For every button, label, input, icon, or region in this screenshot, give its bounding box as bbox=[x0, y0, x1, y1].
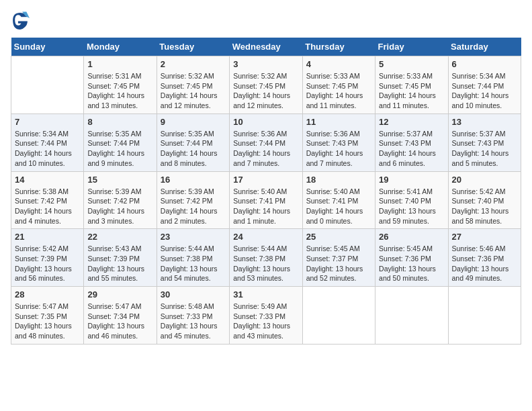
day-info: Sunrise: 5:40 AM Sunset: 7:41 PM Dayligh… bbox=[306, 187, 371, 226]
calendar-cell: 27Sunrise: 5:46 AM Sunset: 7:36 PM Dayli… bbox=[448, 229, 521, 287]
day-info: Sunrise: 5:37 AM Sunset: 7:43 PM Dayligh… bbox=[379, 129, 444, 169]
day-number: 28 bbox=[15, 289, 80, 300]
calendar-cell: 8Sunrise: 5:35 AM Sunset: 7:44 PM Daylig… bbox=[84, 113, 157, 171]
header-wednesday: Wednesday bbox=[230, 38, 302, 56]
day-number: 26 bbox=[379, 232, 444, 242]
calendar-cell: 30Sunrise: 5:48 AM Sunset: 7:33 PM Dayli… bbox=[157, 287, 229, 345]
day-number: 9 bbox=[161, 117, 226, 127]
logo-icon bbox=[11, 11, 30, 30]
page-header bbox=[11, 11, 521, 30]
day-info: Sunrise: 5:32 AM Sunset: 7:45 PM Dayligh… bbox=[233, 71, 298, 111]
calendar-cell bbox=[448, 287, 521, 345]
calendar-cell: 2Sunrise: 5:32 AM Sunset: 7:45 PM Daylig… bbox=[157, 56, 229, 114]
day-info: Sunrise: 5:35 AM Sunset: 7:44 PM Dayligh… bbox=[87, 129, 152, 169]
day-info: Sunrise: 5:40 AM Sunset: 7:41 PM Dayligh… bbox=[233, 187, 298, 226]
day-number: 8 bbox=[87, 117, 152, 127]
calendar-cell: 23Sunrise: 5:44 AM Sunset: 7:38 PM Dayli… bbox=[157, 229, 229, 287]
week-row-1: 1Sunrise: 5:31 AM Sunset: 7:45 PM Daylig… bbox=[11, 56, 521, 114]
day-info: Sunrise: 5:46 AM Sunset: 7:36 PM Dayligh… bbox=[452, 244, 517, 283]
calendar-cell: 18Sunrise: 5:40 AM Sunset: 7:41 PM Dayli… bbox=[302, 171, 375, 229]
header-monday: Monday bbox=[84, 38, 157, 56]
day-info: Sunrise: 5:42 AM Sunset: 7:39 PM Dayligh… bbox=[15, 244, 80, 283]
day-number: 30 bbox=[161, 289, 226, 300]
day-info: Sunrise: 5:39 AM Sunset: 7:42 PM Dayligh… bbox=[161, 187, 226, 226]
calendar-cell: 4Sunrise: 5:33 AM Sunset: 7:45 PM Daylig… bbox=[302, 56, 375, 114]
calendar-cell: 5Sunrise: 5:33 AM Sunset: 7:45 PM Daylig… bbox=[375, 56, 448, 114]
calendar-cell bbox=[302, 287, 375, 345]
calendar-cell: 3Sunrise: 5:32 AM Sunset: 7:45 PM Daylig… bbox=[230, 56, 302, 114]
day-number: 5 bbox=[379, 59, 444, 69]
day-info: Sunrise: 5:38 AM Sunset: 7:42 PM Dayligh… bbox=[15, 187, 80, 226]
day-info: Sunrise: 5:41 AM Sunset: 7:40 PM Dayligh… bbox=[379, 187, 444, 226]
day-info: Sunrise: 5:36 AM Sunset: 7:43 PM Dayligh… bbox=[306, 129, 371, 169]
calendar-cell: 11Sunrise: 5:36 AM Sunset: 7:43 PM Dayli… bbox=[302, 113, 375, 171]
day-info: Sunrise: 5:47 AM Sunset: 7:35 PM Dayligh… bbox=[15, 302, 80, 341]
calendar-cell bbox=[375, 287, 448, 345]
calendar-table: SundayMondayTuesdayWednesdayThursdayFrid… bbox=[11, 38, 521, 345]
calendar-cell: 1Sunrise: 5:31 AM Sunset: 7:45 PM Daylig… bbox=[84, 56, 157, 114]
calendar-header-row: SundayMondayTuesdayWednesdayThursdayFrid… bbox=[11, 38, 521, 56]
week-row-5: 28Sunrise: 5:47 AM Sunset: 7:35 PM Dayli… bbox=[11, 287, 521, 345]
day-number: 4 bbox=[306, 59, 371, 69]
day-number: 19 bbox=[379, 175, 444, 185]
day-number: 2 bbox=[161, 59, 226, 69]
day-number: 12 bbox=[379, 117, 444, 127]
calendar-cell: 26Sunrise: 5:45 AM Sunset: 7:36 PM Dayli… bbox=[375, 229, 448, 287]
logo bbox=[11, 11, 32, 30]
calendar-cell: 24Sunrise: 5:44 AM Sunset: 7:38 PM Dayli… bbox=[230, 229, 302, 287]
calendar-cell: 31Sunrise: 5:49 AM Sunset: 7:33 PM Dayli… bbox=[230, 287, 302, 345]
header-friday: Friday bbox=[375, 38, 448, 56]
calendar-cell: 15Sunrise: 5:39 AM Sunset: 7:42 PM Dayli… bbox=[84, 171, 157, 229]
day-info: Sunrise: 5:44 AM Sunset: 7:38 PM Dayligh… bbox=[233, 244, 298, 283]
calendar-cell: 21Sunrise: 5:42 AM Sunset: 7:39 PM Dayli… bbox=[11, 229, 84, 287]
calendar-cell: 14Sunrise: 5:38 AM Sunset: 7:42 PM Dayli… bbox=[11, 171, 84, 229]
day-info: Sunrise: 5:39 AM Sunset: 7:42 PM Dayligh… bbox=[87, 187, 152, 226]
calendar-cell: 7Sunrise: 5:34 AM Sunset: 7:44 PM Daylig… bbox=[11, 113, 84, 171]
calendar-cell: 25Sunrise: 5:45 AM Sunset: 7:37 PM Dayli… bbox=[302, 229, 375, 287]
calendar-cell: 19Sunrise: 5:41 AM Sunset: 7:40 PM Dayli… bbox=[375, 171, 448, 229]
day-info: Sunrise: 5:33 AM Sunset: 7:45 PM Dayligh… bbox=[379, 71, 444, 111]
day-number: 24 bbox=[233, 232, 298, 242]
day-number: 16 bbox=[161, 175, 226, 185]
day-info: Sunrise: 5:37 AM Sunset: 7:43 PM Dayligh… bbox=[452, 129, 517, 169]
day-number: 1 bbox=[87, 59, 152, 69]
day-info: Sunrise: 5:36 AM Sunset: 7:44 PM Dayligh… bbox=[233, 129, 298, 169]
day-number: 3 bbox=[233, 59, 298, 69]
day-info: Sunrise: 5:42 AM Sunset: 7:40 PM Dayligh… bbox=[452, 187, 517, 226]
day-number: 21 bbox=[15, 232, 80, 242]
day-number: 13 bbox=[452, 117, 517, 127]
day-number: 10 bbox=[233, 117, 298, 127]
calendar-cell: 28Sunrise: 5:47 AM Sunset: 7:35 PM Dayli… bbox=[11, 287, 84, 345]
calendar-cell: 12Sunrise: 5:37 AM Sunset: 7:43 PM Dayli… bbox=[375, 113, 448, 171]
header-saturday: Saturday bbox=[448, 38, 521, 56]
day-info: Sunrise: 5:34 AM Sunset: 7:44 PM Dayligh… bbox=[452, 71, 517, 111]
week-row-2: 7Sunrise: 5:34 AM Sunset: 7:44 PM Daylig… bbox=[11, 113, 521, 171]
calendar-cell: 6Sunrise: 5:34 AM Sunset: 7:44 PM Daylig… bbox=[448, 56, 521, 114]
day-number: 7 bbox=[15, 117, 80, 127]
day-number: 11 bbox=[306, 117, 371, 127]
day-info: Sunrise: 5:32 AM Sunset: 7:45 PM Dayligh… bbox=[161, 71, 226, 111]
day-number: 23 bbox=[161, 232, 226, 242]
header-sunday: Sunday bbox=[11, 38, 84, 56]
day-info: Sunrise: 5:44 AM Sunset: 7:38 PM Dayligh… bbox=[161, 244, 226, 283]
day-info: Sunrise: 5:47 AM Sunset: 7:34 PM Dayligh… bbox=[87, 302, 152, 341]
week-row-4: 21Sunrise: 5:42 AM Sunset: 7:39 PM Dayli… bbox=[11, 229, 521, 287]
calendar-cell: 10Sunrise: 5:36 AM Sunset: 7:44 PM Dayli… bbox=[230, 113, 302, 171]
day-info: Sunrise: 5:33 AM Sunset: 7:45 PM Dayligh… bbox=[306, 71, 371, 111]
day-info: Sunrise: 5:45 AM Sunset: 7:36 PM Dayligh… bbox=[379, 244, 444, 283]
day-info: Sunrise: 5:48 AM Sunset: 7:33 PM Dayligh… bbox=[161, 302, 226, 341]
day-number: 17 bbox=[233, 175, 298, 185]
day-info: Sunrise: 5:49 AM Sunset: 7:33 PM Dayligh… bbox=[233, 302, 298, 341]
day-number: 18 bbox=[306, 175, 371, 185]
calendar-cell: 13Sunrise: 5:37 AM Sunset: 7:43 PM Dayli… bbox=[448, 113, 521, 171]
calendar-cell: 9Sunrise: 5:35 AM Sunset: 7:44 PM Daylig… bbox=[157, 113, 229, 171]
day-number: 20 bbox=[452, 175, 517, 185]
day-number: 15 bbox=[87, 175, 152, 185]
calendar-cell bbox=[11, 56, 84, 114]
day-info: Sunrise: 5:43 AM Sunset: 7:39 PM Dayligh… bbox=[87, 244, 152, 283]
day-number: 25 bbox=[306, 232, 371, 242]
day-number: 22 bbox=[87, 232, 152, 242]
day-number: 6 bbox=[452, 59, 517, 69]
calendar-cell: 20Sunrise: 5:42 AM Sunset: 7:40 PM Dayli… bbox=[448, 171, 521, 229]
header-tuesday: Tuesday bbox=[157, 38, 229, 56]
